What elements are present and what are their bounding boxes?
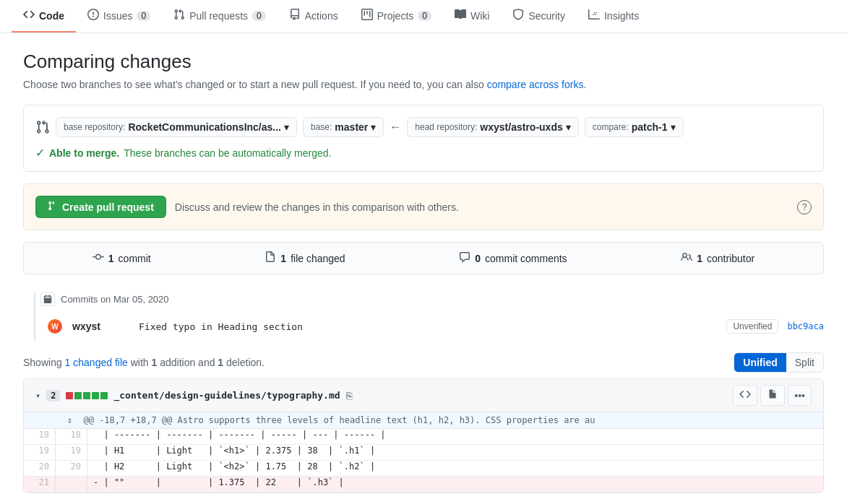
commits-date-header: Commits on Mar 05, 2020 [46, 292, 824, 306]
calendar-icon [40, 292, 55, 306]
check-icon: ✓ [35, 146, 45, 160]
diff-file-actions: ••• [733, 385, 812, 406]
wiki-icon [455, 9, 466, 22]
view-toggle: Unified Split [734, 352, 824, 373]
merge-icon [35, 120, 50, 134]
diff-more-button[interactable]: ••• [788, 385, 812, 406]
comments-stat: 0 commit comments [459, 251, 567, 265]
color-block-green-1 [74, 392, 82, 399]
split-view-button[interactable]: Split [786, 353, 823, 372]
tab-projects[interactable]: Projects 0 [350, 0, 443, 32]
projects-count: 0 [418, 11, 431, 21]
tab-pull-requests[interactable]: Pull requests 0 [162, 0, 278, 32]
files-stat: 1 file changed [265, 251, 345, 265]
security-icon [512, 9, 524, 22]
tab-code[interactable]: Code [12, 0, 76, 32]
chevron-down-icon-base: ▾ [371, 121, 376, 133]
chevron-down-icon-compare: ▾ [671, 121, 676, 133]
avatar: W [46, 318, 64, 335]
help-icon[interactable]: ? [797, 200, 812, 214]
base-label: base: [311, 122, 332, 132]
diff-expand-icon[interactable]: ⇕ [67, 415, 72, 425]
commit-author[interactable]: wxyst [72, 321, 130, 332]
color-block-green-3 [92, 392, 99, 399]
tab-security[interactable]: Security [501, 0, 577, 32]
pr-icon [48, 201, 58, 213]
base-value: master [335, 121, 368, 133]
base-branch-select[interactable]: base: master ▾ [303, 117, 384, 137]
main-content: Comparing changes Choose two branches to… [0, 33, 847, 504]
unified-view-button[interactable]: Unified [734, 353, 786, 372]
commit-message: Fixed typo in Heading section [139, 321, 718, 332]
diff-hunk-header: ⇕ @@ -18,7 +18,7 @@ Astro supports three… [24, 412, 823, 429]
diff-filename: _content/design-guidelines/typography.md [113, 390, 340, 401]
chevron-down-icon: ▾ [284, 121, 289, 133]
base-repo-select[interactable]: base repository: RocketCommunicationsInc… [56, 117, 297, 137]
compare-arrow: ← [390, 121, 401, 134]
tab-issues[interactable]: Issues 0 [76, 0, 162, 32]
head-repo-select[interactable]: head repository: wxyst/astro-uxds ▾ [407, 117, 578, 137]
diff-file-header: ▾ 2 _content/design-guidelines/typograph… [24, 379, 823, 412]
diff-file-left: ▾ 2 _content/design-guidelines/typograph… [35, 390, 352, 401]
page-title: Comparing changes [23, 51, 824, 73]
tab-insights[interactable]: Insights [577, 0, 650, 32]
color-block-red [66, 392, 73, 399]
comments-stat-icon [459, 251, 470, 265]
diff-toggle-icon[interactable]: ▾ [35, 391, 40, 401]
diff-line-19: 19 19 | H1 | Light | `<h1>` | 2.375 | 38… [24, 445, 823, 461]
compare-forks-link[interactable]: compare across forks [487, 79, 584, 90]
head-repo-value: wxyst/astro-uxds [480, 121, 562, 133]
color-block-green-2 [83, 392, 90, 399]
compare-row: base repository: RocketCommunicationsInc… [35, 117, 812, 137]
commits-stat-icon [93, 251, 104, 265]
create-pr-button[interactable]: Create pull request [35, 196, 166, 218]
compare-branch-select[interactable]: compare: patch-1 ▾ [585, 117, 684, 137]
actions-icon [289, 9, 301, 22]
commit-hash[interactable]: bbc9aca [787, 321, 824, 331]
top-nav: Code Issues 0 Pull requests 0 Actions Pr… [0, 0, 847, 33]
pr-section: Create pull request Discuss and review t… [23, 183, 824, 230]
copy-icon[interactable]: ⎘ [346, 390, 352, 401]
diff-file-count: 2 [46, 390, 60, 401]
pr-description: Discuss and review the changes in this c… [175, 201, 459, 213]
color-block-green-4 [100, 392, 108, 399]
subtitle: Choose two branches to see what's change… [23, 79, 824, 90]
issues-count: 0 [137, 11, 150, 21]
base-repo-label: base repository: [64, 122, 125, 132]
tab-wiki[interactable]: Wiki [443, 0, 501, 32]
base-repo-value: RocketCommunicationsInc/as... [128, 121, 281, 133]
pr-left: Create pull request Discuss and review t… [35, 196, 459, 218]
file-changed-text: Showing 1 changed file with 1 addition a… [23, 357, 265, 368]
unverified-badge: Unverified [726, 319, 778, 334]
files-stat-icon [265, 251, 276, 265]
stats-row: 1 commit 1 file changed 0 commit comment… [23, 242, 824, 274]
tab-actions[interactable]: Actions [278, 0, 350, 32]
issues-icon [87, 9, 99, 22]
merge-status: ✓ Able to merge. These branches can be a… [35, 146, 812, 160]
diff-line-21-removed: 21 - | "" | | 1.375 | 22 | `.h3` | [24, 477, 823, 492]
avatar-image: W [48, 319, 62, 334]
code-icon [23, 9, 35, 22]
merge-description: These branches can be automatically merg… [124, 147, 331, 159]
commit-timeline: Commits on Mar 05, 2020 W wxyst Fixed ty… [23, 292, 824, 341]
file-changed-header: Showing 1 changed file with 1 addition a… [23, 352, 824, 373]
compare-box: base repository: RocketCommunicationsInc… [23, 105, 824, 172]
merge-status-text: Able to merge. [49, 147, 119, 159]
compare-value: patch-1 [632, 121, 668, 133]
commits-stat: 1 commit [93, 251, 151, 265]
diff-container: ▾ 2 _content/design-guidelines/typograph… [23, 378, 824, 493]
diff-raw-view-button[interactable] [760, 385, 785, 406]
contributors-stat: 1 contributor [681, 251, 754, 265]
diff-colors [66, 392, 108, 399]
projects-icon [361, 9, 373, 22]
contributors-stat-icon [681, 251, 692, 265]
diff-code-view-button[interactable] [733, 385, 757, 406]
diff-line-18: 18 18 | ------- | ------- | ------- | --… [24, 429, 823, 445]
timeline-line [34, 292, 35, 341]
changed-file-link[interactable]: 1 changed file [65, 357, 128, 368]
compare-label: compare: [593, 122, 629, 132]
commits-section: Commits on Mar 05, 2020 W wxyst Fixed ty… [23, 292, 824, 341]
diff-line-20: 20 20 | H2 | Light | `<h2>` | 1.75 | 28 … [24, 461, 823, 477]
chevron-down-icon-head: ▾ [566, 121, 571, 133]
commit-row: W wxyst Fixed typo in Heading section Un… [46, 312, 824, 341]
